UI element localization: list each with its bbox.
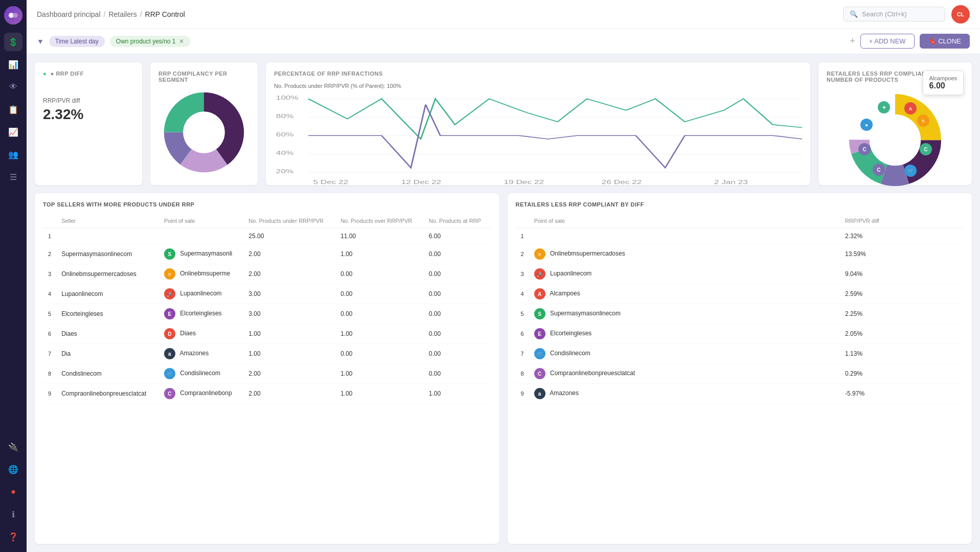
filter-tag-product[interactable]: Own product yes/no 1 ✕ bbox=[110, 36, 190, 47]
pos-cell: S Supermasymasonlinecom bbox=[529, 304, 840, 324]
filter-add-icon[interactable]: + bbox=[850, 36, 855, 47]
breadcrumb-sep1: / bbox=[104, 10, 106, 18]
svg-text:✦: ✦ bbox=[882, 105, 886, 110]
compliance-donut bbox=[161, 89, 247, 176]
retailers-card: RETAILERS LESS RRP COMPLIANT BYNUMBER OF… bbox=[818, 62, 972, 185]
breadcrumb-sep2: / bbox=[140, 10, 142, 18]
retailers-diff-title: RETAILERS LESS RRP COMPLIANT BY DIFF bbox=[516, 201, 964, 208]
row-num: 1 bbox=[516, 228, 529, 244]
retailers-donut: ≡ C 🛒 C C ● ✦ A bbox=[844, 89, 946, 191]
at-cell: 0.00 bbox=[424, 304, 491, 324]
sidebar-item-info[interactable]: ℹ bbox=[4, 505, 22, 523]
retailers-diff-scroll[interactable]: Point of sale RRP/PVR diff 1 2.32% 2 ≡ O… bbox=[516, 214, 964, 536]
pos-cell: ≡ Onlinebmsuperme bbox=[159, 264, 243, 284]
compliance-title: RRP COMPILANCY PER SEGMENT bbox=[158, 71, 249, 83]
pos-cell: E Elcorteingleses bbox=[159, 304, 243, 324]
pos-cell: 🛒 Condislinecom bbox=[159, 364, 243, 384]
pos-cell: A Alcampoes bbox=[529, 284, 840, 304]
over-cell: 1.00 bbox=[335, 244, 424, 264]
under-cell: 3.00 bbox=[243, 284, 335, 304]
filter-close-icon[interactable]: ✕ bbox=[179, 38, 184, 45]
at-cell: 0.00 bbox=[424, 344, 491, 364]
add-new-button[interactable]: + ADD NEW bbox=[860, 34, 915, 49]
table-row: 9 a Amazones -5.97% bbox=[516, 384, 964, 404]
sidebar-item-list[interactable]: ☰ bbox=[4, 168, 22, 186]
over-cell: 1.00 bbox=[335, 364, 424, 384]
over-cell: 1.00 bbox=[335, 384, 424, 404]
search-placeholder: Search (Ctrl+k) bbox=[862, 10, 907, 18]
col-num2 bbox=[516, 214, 529, 228]
pos-cell: 🛒 Condislinecom bbox=[529, 344, 840, 364]
seller-cell: Supermasymasonlinecom bbox=[56, 244, 159, 264]
breadcrumb-home[interactable]: Dashboard principal bbox=[37, 10, 101, 18]
retailer-logo: 🚀 bbox=[534, 268, 545, 280]
seller-cell: Compraonlinebonpreuesclatcat bbox=[56, 384, 159, 404]
breadcrumb-retailers[interactable]: Retailers bbox=[108, 10, 136, 18]
table-row: 8 C Compraonlinebonpreuesclatcat 0.29% bbox=[516, 364, 964, 384]
top-sellers-scroll[interactable]: Seller Point of sale No. Products under … bbox=[43, 214, 491, 536]
at-cell: 0.00 bbox=[424, 244, 491, 264]
table-row: 9 Compraonlinebonpreuesclatcat C Comprao… bbox=[43, 384, 491, 404]
over-cell: 0.00 bbox=[335, 264, 424, 284]
over-cell: 0.00 bbox=[335, 304, 424, 324]
row-num: 1 bbox=[43, 228, 56, 244]
table-row: 1 2.32% bbox=[516, 228, 964, 244]
header-right: 🔍 Search (Ctrl+k) CL bbox=[843, 5, 970, 24]
search-icon: 🔍 bbox=[850, 10, 858, 18]
row-num: 3 bbox=[516, 264, 529, 284]
svg-text:C: C bbox=[862, 147, 866, 152]
table-row: 5 S Supermasymasonlinecom 2.25% bbox=[516, 304, 964, 324]
sidebar-item-chart[interactable]: 📊 bbox=[4, 55, 22, 74]
over-cell: 0.00 bbox=[335, 344, 424, 364]
retailer-logo: E bbox=[164, 308, 175, 319]
table-row: 2 Supermasymasonlinecom S Supermasymason… bbox=[43, 244, 491, 264]
row-num: 6 bbox=[516, 324, 529, 344]
breadcrumb: Dashboard principal / Retailers / RRP Co… bbox=[37, 10, 185, 18]
sidebar-item-bar[interactable]: 📈 bbox=[4, 123, 22, 141]
percentage-title: PERCENTAGE OF RRP INFRACTIONS bbox=[274, 71, 802, 77]
svg-text:5 Dec 22: 5 Dec 22 bbox=[313, 179, 349, 185]
svg-text:C: C bbox=[924, 147, 927, 152]
sidebar-item-globe[interactable]: 🌐 bbox=[4, 460, 22, 478]
svg-point-27 bbox=[870, 114, 921, 166]
tooltip-value: 6.00 bbox=[929, 81, 957, 90]
svg-text:A: A bbox=[909, 106, 913, 111]
over-cell: 11.00 bbox=[335, 228, 424, 244]
at-cell: 1.00 bbox=[424, 384, 491, 404]
breadcrumb-current: RRP Control bbox=[145, 10, 185, 18]
sidebar-item-status[interactable]: ● bbox=[4, 482, 22, 501]
retailer-logo: C bbox=[534, 368, 545, 379]
diff-cell: 1.13% bbox=[840, 344, 964, 364]
filter-tag-time[interactable]: Time Latest day bbox=[49, 36, 105, 47]
svg-text:≡: ≡ bbox=[922, 118, 925, 124]
sidebar-item-dollar[interactable]: 💲 bbox=[4, 33, 22, 51]
sidebar-item-eye[interactable]: 👁 bbox=[4, 78, 22, 96]
row-num: 2 bbox=[516, 244, 529, 264]
sidebar-item-help[interactable]: ❓ bbox=[4, 527, 22, 546]
sidebar-item-clipboard[interactable]: 📋 bbox=[4, 100, 22, 119]
svg-text:🛒: 🛒 bbox=[907, 168, 914, 174]
under-cell: 2.00 bbox=[243, 364, 335, 384]
table-row: 5 Elcorteingleses E Elcorteingleses 3.00… bbox=[43, 304, 491, 324]
clone-button[interactable]: 🔖 CLONE bbox=[920, 34, 970, 49]
under-cell: 25.00 bbox=[243, 228, 335, 244]
avatar: CL bbox=[951, 5, 970, 24]
sidebar-item-users[interactable]: 👥 bbox=[4, 145, 22, 164]
pos-cell: C Compraonlinebonpreuesclatcat bbox=[529, 364, 840, 384]
pos-cell: C Compraonlinebonp bbox=[159, 384, 243, 404]
sidebar-item-plugin[interactable]: 🔌 bbox=[4, 438, 22, 456]
table-row: 8 Condislinecom 🛒 Condislinecom 2.00 1.0… bbox=[43, 364, 491, 384]
filter-bar: ▼ Time Latest day Own product yes/no 1 ✕… bbox=[27, 29, 980, 54]
row-num: 2 bbox=[43, 244, 56, 264]
search-box[interactable]: 🔍 Search (Ctrl+k) bbox=[843, 7, 945, 21]
rrp-diff-card: ● ● RRP DIFF RRP/PVR diff 2.32% bbox=[35, 62, 142, 185]
table-row: 3 🚀 Lupaonlinecom 9.04% bbox=[516, 264, 964, 284]
seller-cell: Onlinebmsupermercadoses bbox=[56, 264, 159, 284]
diff-value: 2.32% bbox=[43, 106, 134, 123]
green-dot-icon: ● bbox=[43, 71, 47, 77]
row-num: 8 bbox=[516, 364, 529, 384]
retailer-logo: 🛒 bbox=[534, 348, 545, 359]
retailer-logo: a bbox=[164, 348, 175, 359]
table-row: 6 Diaes D Diaes 1.00 1.00 0.00 bbox=[43, 324, 491, 344]
under-cell: 1.00 bbox=[243, 324, 335, 344]
